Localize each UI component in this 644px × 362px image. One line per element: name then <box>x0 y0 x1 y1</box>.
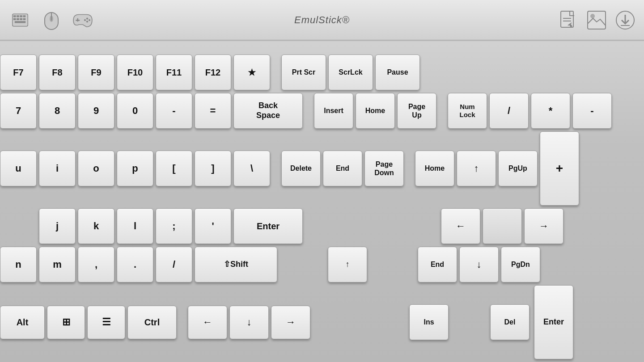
svg-point-12 <box>50 16 53 22</box>
key-f7[interactable]: F7 <box>0 55 37 90</box>
svg-point-17 <box>86 21 88 22</box>
key-u[interactable]: u <box>0 151 37 186</box>
key-j[interactable]: j <box>39 208 76 244</box>
image-icon[interactable] <box>587 10 606 30</box>
uiop-row: u i o p [ ] \ Delete End PageDown Home ↑… <box>0 131 579 206</box>
key-backspace[interactable]: BackSpace <box>233 93 303 129</box>
key-num-slash[interactable]: / <box>489 93 529 129</box>
key-pageup[interactable]: PageUp <box>397 93 436 129</box>
toolbar: EmulStick® <box>0 0 644 40</box>
svg-rect-8 <box>23 18 25 20</box>
svg-point-18 <box>84 19 86 21</box>
key-m[interactable]: m <box>39 247 76 282</box>
svg-point-16 <box>89 19 90 21</box>
key-8[interactable]: 8 <box>39 93 76 129</box>
key-minus[interactable]: - <box>156 93 192 129</box>
key-end[interactable]: End <box>323 151 362 186</box>
key-period[interactable]: . <box>117 247 153 282</box>
jkl-row: j k l ; ' Enter ← → <box>0 208 566 244</box>
key-num-up[interactable]: ↑ <box>457 151 496 186</box>
svg-point-24 <box>590 14 595 18</box>
key-o[interactable]: o <box>78 151 114 186</box>
key-arrow-down[interactable]: ↓ <box>229 306 269 339</box>
key-n[interactable]: n <box>0 247 37 282</box>
download-icon[interactable] <box>615 10 635 30</box>
key-quote[interactable]: ' <box>195 208 231 244</box>
app-background: EmulStick® <box>0 0 644 362</box>
key-num-5[interactable] <box>483 208 522 244</box>
key-num-ins[interactable]: Ins <box>409 304 449 340</box>
nm-row: n m , . / ⇧Shift ↑ End ↓ PgDn <box>0 247 542 282</box>
svg-rect-1 <box>13 15 16 17</box>
key-num-pgup[interactable]: PgUp <box>498 151 538 186</box>
key-num-plus[interactable]: + <box>540 131 579 206</box>
key-insert[interactable]: Insert <box>314 93 353 129</box>
key-arrow-right[interactable]: → <box>271 306 310 339</box>
key-fwdslash[interactable]: / <box>156 247 192 282</box>
key-enter[interactable]: Enter <box>233 208 303 244</box>
key-f11[interactable]: F11 <box>156 55 192 90</box>
svg-rect-4 <box>23 15 25 17</box>
key-pagedown[interactable]: PageDown <box>364 151 404 186</box>
toolbar-right <box>558 10 635 30</box>
key-lbracket[interactable]: [ <box>156 151 192 186</box>
key-k[interactable]: k <box>78 208 114 244</box>
key-num-down[interactable]: ↓ <box>459 247 499 282</box>
key-comma[interactable]: , <box>78 247 114 282</box>
key-ctrl[interactable]: Ctrl <box>127 306 177 339</box>
key-equals[interactable]: = <box>195 93 231 129</box>
edit-icon[interactable] <box>558 10 578 30</box>
key-num-del[interactable]: Del <box>490 304 530 340</box>
key-0[interactable]: 0 <box>117 93 153 129</box>
svg-rect-6 <box>17 18 19 20</box>
gamepad-icon[interactable] <box>72 9 94 31</box>
key-scrlck[interactable]: ScrLck <box>328 55 373 90</box>
key-prtscr[interactable]: Prt Scr <box>281 55 326 90</box>
keyboard-icon[interactable] <box>9 9 31 31</box>
key-num-left[interactable]: ← <box>441 208 480 244</box>
svg-rect-14 <box>76 20 80 21</box>
key-alt[interactable]: Alt <box>0 306 45 339</box>
key-f10[interactable]: F10 <box>117 55 153 90</box>
bottom-row: Alt ⊞ ☰ Ctrl ← ↓ → Ins Del Enter <box>0 285 576 359</box>
key-num-right[interactable]: → <box>524 208 564 244</box>
key-pause[interactable]: Pause <box>375 55 420 90</box>
key-l[interactable]: l <box>117 208 153 244</box>
key-numlock[interactable]: NumLock <box>448 93 487 129</box>
svg-rect-3 <box>20 15 22 17</box>
key-f9[interactable]: F9 <box>78 55 114 90</box>
key-rbracket[interactable]: ] <box>195 151 231 186</box>
toolbar-left <box>9 9 94 31</box>
key-7[interactable]: 7 <box>0 93 37 129</box>
key-num-multiply[interactable]: * <box>531 93 570 129</box>
key-f8[interactable]: F8 <box>39 55 76 90</box>
key-semicolon[interactable]: ; <box>156 208 192 244</box>
key-f12[interactable]: F12 <box>195 55 231 90</box>
key-star[interactable]: ★ <box>233 55 270 90</box>
key-win[interactable]: ⊞ <box>47 306 85 339</box>
svg-rect-9 <box>15 21 25 23</box>
keyboard-area: F7 F8 F9 F10 F11 F12 ★ Prt Scr ScrLck Pa… <box>0 41 644 362</box>
key-backslash[interactable]: \ <box>233 151 270 186</box>
key-num-end[interactable]: End <box>418 247 457 282</box>
key-num-enter[interactable]: Enter <box>534 285 573 359</box>
svg-rect-19 <box>561 11 573 27</box>
key-arrow-left[interactable]: ← <box>188 306 227 339</box>
key-shift-right[interactable]: ⇧Shift <box>195 247 277 282</box>
svg-rect-7 <box>20 18 22 20</box>
key-num-pgdn[interactable]: PgDn <box>501 247 540 282</box>
fn-row: F7 F8 F9 F10 F11 F12 ★ Prt Scr ScrLck Pa… <box>0 55 422 90</box>
mouse-icon[interactable] <box>40 9 63 31</box>
key-num-minus[interactable]: - <box>572 93 612 129</box>
svg-point-15 <box>86 17 88 19</box>
app-title: EmulStick® <box>294 14 350 26</box>
key-delete[interactable]: Delete <box>281 151 321 186</box>
key-p[interactable]: p <box>117 151 153 186</box>
key-num-home[interactable]: Home <box>415 151 454 186</box>
key-menu[interactable]: ☰ <box>87 306 125 339</box>
svg-rect-23 <box>588 11 606 29</box>
key-home[interactable]: Home <box>356 93 395 129</box>
key-9[interactable]: 9 <box>78 93 114 129</box>
key-i[interactable]: i <box>39 151 76 186</box>
key-arrow-up[interactable]: ↑ <box>328 247 367 282</box>
